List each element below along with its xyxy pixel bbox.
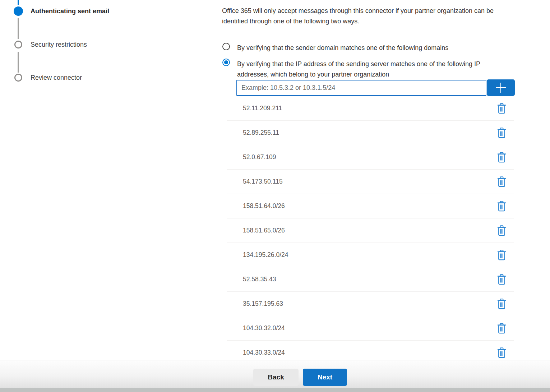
stepper-connector — [18, 52, 19, 73]
ip-value: 35.157.195.63 — [243, 300, 497, 308]
delete-ip-button[interactable] — [497, 298, 507, 310]
radio-sender-domain-label[interactable]: By verifying that the sender domain matc… — [237, 43, 448, 53]
ip-row: 52.58.35.43 — [227, 267, 514, 292]
intro-text: Office 365 will only accept messages thr… — [222, 6, 494, 26]
next-button[interactable]: Next — [303, 369, 347, 386]
step-open-dot — [14, 41, 22, 49]
ip-value: 104.30.32.0/24 — [243, 324, 497, 332]
delete-ip-button[interactable] — [497, 274, 507, 285]
stepper-item-security-restrictions[interactable]: Security restrictions — [31, 41, 87, 48]
ip-row: 52.0.67.109 — [227, 145, 514, 170]
pane-divider — [196, 0, 196, 360]
radio-ip-address-label-line2: addresses, which belong to your partner … — [237, 69, 480, 80]
ip-value: 52.0.67.109 — [243, 153, 497, 161]
delete-ip-button[interactable] — [497, 103, 507, 114]
delete-ip-button[interactable] — [497, 225, 507, 236]
ip-row: 35.157.195.63 — [227, 292, 514, 316]
wizard-footer: Back Next — [0, 360, 550, 388]
ip-row: 104.30.32.0/24 — [227, 316, 514, 341]
ip-row: 52.11.209.211 — [227, 96, 514, 121]
bottom-edge-strip — [0, 388, 550, 392]
ip-value: 104.30.33.0/24 — [243, 349, 497, 356]
trash-icon — [497, 103, 506, 114]
trash-icon — [497, 347, 506, 358]
delete-ip-button[interactable] — [497, 347, 507, 359]
trash-icon — [497, 176, 506, 187]
radio-ip-address-label-line1: By verifying that the IP address of the … — [237, 59, 480, 69]
delete-ip-button[interactable] — [497, 152, 507, 163]
intro-text-line1: Office 365 will only accept messages thr… — [222, 6, 494, 16]
trash-icon — [497, 152, 506, 163]
ip-value: 158.51.64.0/26 — [243, 202, 497, 210]
ip-row: 104.30.33.0/24 — [227, 341, 514, 360]
ip-value: 52.58.35.43 — [243, 276, 497, 283]
ip-value: 134.195.26.0/24 — [243, 251, 497, 259]
ip-row: 158.51.64.0/26 — [227, 194, 514, 218]
ip-value: 52.11.209.211 — [243, 105, 497, 112]
trash-icon — [497, 225, 506, 236]
radio-sender-domain[interactable] — [222, 43, 230, 50]
ip-value: 158.51.65.0/26 — [243, 227, 497, 234]
stepper-item-authenticating-sent-email[interactable]: Authenticating sent email — [31, 8, 109, 15]
step-active-dot — [14, 6, 23, 16]
intro-text-line2: identified through one of the following … — [222, 16, 494, 27]
radio-selected-dot — [224, 60, 228, 64]
trash-icon — [497, 128, 506, 138]
stepper-connector — [18, 18, 19, 39]
delete-ip-button[interactable] — [497, 127, 507, 139]
ip-address-list: 52.11.209.211 52.89.255.11 52. — [227, 96, 514, 360]
delete-ip-button[interactable] — [497, 176, 507, 188]
ip-value: 54.173.50.115 — [243, 178, 497, 185]
ip-row: 54.173.50.115 — [227, 170, 514, 194]
trash-icon — [497, 299, 506, 309]
radio-ip-address-label[interactable]: By verifying that the IP address of the … — [237, 59, 480, 79]
plus-icon — [495, 82, 507, 93]
trash-icon — [497, 274, 506, 285]
trash-icon — [497, 201, 506, 212]
delete-ip-button[interactable] — [497, 323, 507, 334]
ip-row: 52.89.255.11 — [227, 121, 514, 145]
delete-ip-button[interactable] — [497, 249, 507, 261]
back-button[interactable]: Back — [253, 369, 299, 386]
trash-icon — [497, 323, 506, 334]
ip-value: 52.89.255.11 — [243, 129, 497, 137]
add-ip-button[interactable] — [487, 79, 515, 96]
ip-row: 134.195.26.0/24 — [227, 243, 514, 267]
delete-ip-button[interactable] — [497, 200, 507, 212]
stepper-connector-completed — [18, 0, 19, 5]
step-open-dot — [14, 74, 22, 82]
stepper-item-review-connector[interactable]: Review connector — [31, 74, 82, 81]
radio-ip-address[interactable] — [222, 59, 230, 66]
ip-row: 158.51.65.0/26 — [227, 218, 514, 243]
trash-icon — [497, 250, 506, 260]
ip-address-input[interactable] — [236, 80, 486, 96]
